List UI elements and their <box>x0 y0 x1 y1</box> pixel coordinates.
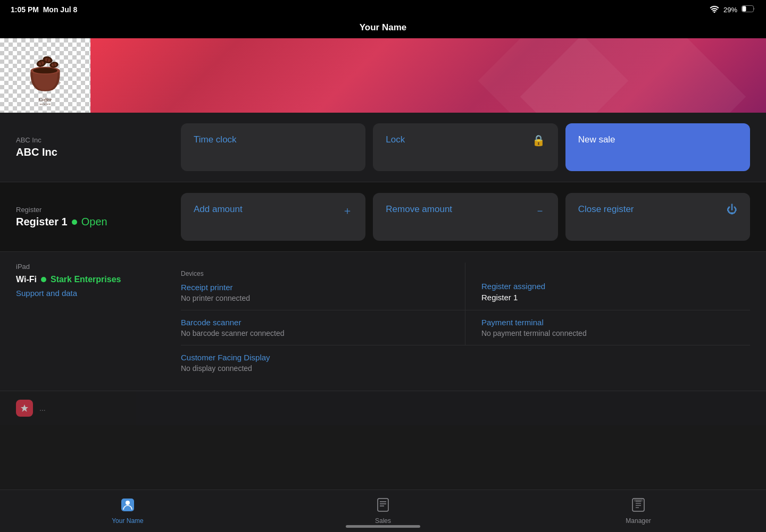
wifi-icon <box>710 5 719 14</box>
ipad-info: iPad Wi-Fi Stark Enterprises Support and… <box>16 263 165 380</box>
svg-text:HOUSE: HOUSE <box>39 103 51 105</box>
customer-display-link[interactable]: Customer Facing Display <box>181 353 449 362</box>
status-bar: 1:05 PM Mon Jul 8 29% <box>0 0 766 19</box>
wifi-label: Wi-Fi <box>16 275 37 284</box>
receipt-printer-link[interactable]: Receipt printer <box>181 283 449 292</box>
status-dot-open <box>72 219 77 225</box>
barcode-scanner-link[interactable]: Barcode scanner <box>181 318 449 327</box>
close-register-button[interactable]: Close register ⏻ <box>565 193 750 241</box>
ipad-label: iPad <box>16 263 165 271</box>
register-assigned-value: Register 1 <box>481 293 750 302</box>
empty-device-cell <box>465 345 750 380</box>
business-logo: Coffee HOUSE <box>0 38 90 113</box>
payment-terminal-link[interactable]: Payment terminal <box>481 318 750 327</box>
nav-manager[interactable]: Manager <box>511 494 766 529</box>
account-label: ABC Inc <box>16 136 165 144</box>
wifi-row: Wi-Fi Stark Enterprises <box>16 275 165 284</box>
payment-terminal-status: No payment terminal connected <box>481 329 750 337</box>
new-sale-button[interactable]: New sale <box>565 123 750 171</box>
remove-amount-button[interactable]: Remove amount － <box>373 193 557 241</box>
receipt-printer-section: Devices Receipt printer No printer conne… <box>181 263 465 310</box>
svg-rect-19 <box>378 499 388 511</box>
support-and-data-link[interactable]: Support and data <box>16 289 165 298</box>
devices-right: Devices Receipt printer No printer conne… <box>181 263 750 380</box>
receipt-printer-status: No printer connected <box>181 294 449 302</box>
hero-pattern <box>90 38 766 113</box>
barcode-scanner-section: Barcode scanner No barcode scanner conne… <box>181 310 465 345</box>
customer-display-section: Customer Facing Display No display conne… <box>181 345 465 380</box>
svg-rect-2 <box>743 6 746 12</box>
devices-section: iPad Wi-Fi Stark Enterprises Support and… <box>0 252 766 391</box>
time-clock-button[interactable]: Time clock <box>181 123 365 171</box>
nav-sales[interactable]: Sales <box>255 494 511 529</box>
register-status: Register 1 Open <box>16 216 165 228</box>
nav-your-name-label: Your Name <box>112 517 144 525</box>
register-open-status: Open <box>81 216 107 228</box>
register-assigned-label: Register assigned <box>481 282 750 291</box>
payment-terminal-section: Payment terminal No payment terminal con… <box>465 310 750 345</box>
sales-icon <box>376 498 390 515</box>
hero-banner: Coffee HOUSE <box>0 38 766 113</box>
partial-icon <box>16 400 33 417</box>
home-indicator <box>346 525 420 528</box>
barcode-scanner-status: No barcode scanner connected <box>181 329 449 337</box>
page-title: Your Name <box>360 22 407 32</box>
nav-sales-label: Sales <box>375 517 391 525</box>
register-name: Register 1 <box>16 216 68 228</box>
wifi-dot <box>41 277 46 282</box>
lock-button[interactable]: Lock 🔒 <box>373 123 557 171</box>
register-assigned-section: Register assigned Register 1 <box>465 263 750 310</box>
person-icon <box>121 498 135 515</box>
bottom-partial-row: ... <box>0 391 766 425</box>
svg-point-0 <box>713 11 715 13</box>
account-section: ABC Inc ABC Inc Time clock Lock 🔒 New sa… <box>0 113 766 182</box>
account-buttons: Time clock Lock 🔒 New sale <box>181 123 750 171</box>
add-amount-button[interactable]: Add amount ＋ <box>181 193 365 241</box>
nav-your-name[interactable]: Your Name <box>0 494 255 529</box>
manager-icon <box>631 498 645 515</box>
battery-percentage: 29% <box>723 6 737 14</box>
svg-point-18 <box>126 501 130 505</box>
partial-text: ... <box>39 404 46 412</box>
status-icons: 29% <box>710 5 755 14</box>
register-buttons: Add amount ＋ Remove amount － Close regis… <box>181 193 750 241</box>
battery-icon <box>742 5 755 14</box>
wifi-network-name: Stark Enterprises <box>51 275 121 284</box>
svg-point-5 <box>33 67 57 73</box>
svg-text:Coffee: Coffee <box>39 97 52 102</box>
svg-rect-28 <box>634 499 643 502</box>
power-icon: ⏻ <box>727 204 737 216</box>
plus-icon: ＋ <box>342 204 353 218</box>
account-info: ABC Inc ABC Inc <box>16 136 165 158</box>
title-bar: Your Name <box>0 19 766 38</box>
customer-display-status: No display connected <box>181 364 449 373</box>
nav-manager-label: Manager <box>626 517 651 525</box>
status-time-date: 1:05 PM Mon Jul 8 <box>11 5 77 14</box>
register-info: Register Register 1 Open <box>16 206 165 228</box>
account-name: ABC Inc <box>16 146 165 158</box>
minus-icon: － <box>535 204 545 218</box>
register-label: Register <box>16 206 165 214</box>
register-section: Register Register 1 Open Add amount ＋ Re… <box>0 182 766 252</box>
lock-icon: 🔒 <box>532 134 545 147</box>
